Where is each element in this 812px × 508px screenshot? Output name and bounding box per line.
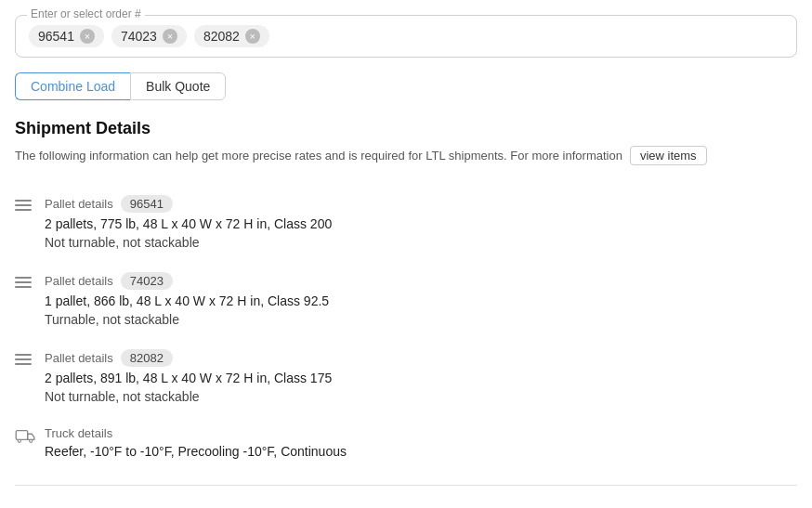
shipment-content: Pallet details740231 pallet, 866 lb, 48 … xyxy=(45,272,329,327)
truck-icon xyxy=(15,428,33,446)
shipment-content: Truck detailsReefer, -10°F to -10°F, Pre… xyxy=(45,426,347,459)
view-items-button[interactable]: view items xyxy=(630,146,707,165)
shipment-badge: 82082 xyxy=(121,349,173,367)
order-tag: 74023× xyxy=(111,25,187,47)
shipment-header: Pallet details82082 xyxy=(45,349,332,367)
shipment-type-label: Pallet details xyxy=(45,351,113,365)
shipment-header: Pallet details74023 xyxy=(45,272,329,290)
shipment-detail: Reefer, -10°F to -10°F, Precooling -10°F… xyxy=(45,444,347,459)
shipment-detail: 1 pallet, 866 lb, 48 L x 40 W x 72 H in,… xyxy=(45,293,329,308)
svg-rect-9 xyxy=(16,431,27,440)
order-tag-value: 82082 xyxy=(203,29,240,44)
shipment-subdetail: Not turnable, not stackable xyxy=(45,235,332,250)
shipment-type-label: Pallet details xyxy=(45,274,113,288)
order-tag-remove-button[interactable]: × xyxy=(245,29,260,44)
shipment-badge: 96541 xyxy=(121,195,173,213)
page-wrapper: Enter or select order # 96541×74023×8208… xyxy=(0,0,812,508)
tab-bulk-quote[interactable]: Bulk Quote xyxy=(130,72,226,100)
pallet-icon xyxy=(15,351,33,371)
order-tag-value: 96541 xyxy=(38,29,74,44)
shipment-item: Pallet details740231 pallet, 866 lb, 48 … xyxy=(15,261,797,338)
order-tag: 82082× xyxy=(194,25,269,47)
svg-point-11 xyxy=(30,439,33,442)
shipment-detail: 2 pallets, 891 lb, 48 L x 40 W x 72 H in… xyxy=(45,371,332,385)
shipment-item: Pallet details820822 pallets, 891 lb, 48… xyxy=(15,338,797,415)
svg-point-10 xyxy=(18,439,20,442)
section-title: Shipment Details xyxy=(15,119,797,138)
tab-combine-load[interactable]: Combine Load xyxy=(15,72,130,100)
shipment-details-section: Shipment Details The following informati… xyxy=(15,119,797,470)
shipment-subdetail: Turnable, not stackable xyxy=(45,312,329,327)
order-tag-remove-button[interactable]: × xyxy=(80,29,95,44)
order-input-label: Enter or select order # xyxy=(27,7,145,20)
info-bar: The following information can help get m… xyxy=(15,146,797,165)
shipment-detail: 2 pallets, 775 lb, 48 L x 40 W x 72 H in… xyxy=(45,216,332,231)
tab-bar: Combine Load Bulk Quote xyxy=(15,72,797,100)
shipment-type-label: Pallet details xyxy=(45,197,113,211)
order-input-container: Enter or select order # 96541×74023×8208… xyxy=(15,15,797,58)
info-text: The following information can help get m… xyxy=(15,149,622,163)
bottom-divider xyxy=(15,485,797,486)
shipment-content: Pallet details820822 pallets, 891 lb, 48… xyxy=(45,349,332,404)
shipment-list: Pallet details965412 pallets, 775 lb, 48… xyxy=(15,184,797,470)
order-tags: 96541×74023×82082× xyxy=(29,25,783,47)
order-tag: 96541× xyxy=(29,25,104,47)
shipment-content: Pallet details965412 pallets, 775 lb, 48… xyxy=(45,195,332,250)
order-tag-value: 74023 xyxy=(121,29,157,44)
pallet-icon xyxy=(15,197,33,216)
shipment-badge: 74023 xyxy=(121,272,173,290)
shipment-item: Pallet details965412 pallets, 775 lb, 48… xyxy=(15,184,797,261)
shipment-type-label: Truck details xyxy=(45,426,112,440)
shipment-header: Pallet details96541 xyxy=(45,195,332,213)
pallet-icon xyxy=(15,274,33,293)
order-tag-remove-button[interactable]: × xyxy=(163,29,177,44)
shipment-item: Truck detailsReefer, -10°F to -10°F, Pre… xyxy=(15,415,797,470)
shipment-subdetail: Not turnable, not stackable xyxy=(45,389,332,404)
shipment-header: Truck details xyxy=(45,426,347,440)
